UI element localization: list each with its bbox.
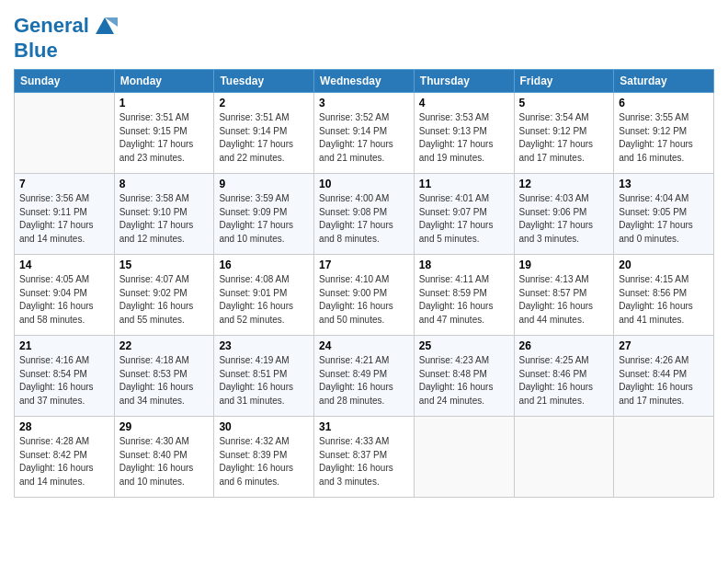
weekday-wednesday: Wednesday <box>314 70 415 93</box>
page: General Blue SundayMondayTuesdayWednesda… <box>0 0 728 563</box>
day-info: Sunrise: 3:56 AMSunset: 9:11 PMDaylight:… <box>19 192 109 246</box>
day-info: Sunrise: 4:10 AMSunset: 9:00 PMDaylight:… <box>319 273 409 327</box>
day-cell: 9Sunrise: 3:59 AMSunset: 9:09 PMDaylight… <box>214 174 314 255</box>
weekday-sunday: Sunday <box>15 70 115 93</box>
weekday-tuesday: Tuesday <box>214 70 314 93</box>
day-number: 13 <box>619 178 709 190</box>
weekday-saturday: Saturday <box>614 70 714 93</box>
weekday-monday: Monday <box>114 70 214 93</box>
day-number: 16 <box>219 259 309 271</box>
day-cell: 12Sunrise: 4:03 AMSunset: 9:06 PMDayligh… <box>514 174 614 255</box>
week-row-2: 7Sunrise: 3:56 AMSunset: 9:11 PMDaylight… <box>15 174 714 255</box>
day-number: 28 <box>19 420 109 433</box>
week-row-3: 14Sunrise: 4:05 AMSunset: 9:04 PMDayligh… <box>15 255 714 336</box>
logo-text: General <box>14 14 118 40</box>
day-cell: 7Sunrise: 3:56 AMSunset: 9:11 PMDaylight… <box>15 174 115 255</box>
logo: General Blue <box>14 14 118 62</box>
day-cell: 1Sunrise: 3:51 AMSunset: 9:15 PMDaylight… <box>114 93 214 174</box>
day-cell: 25Sunrise: 4:23 AMSunset: 8:48 PMDayligh… <box>414 336 514 417</box>
logo-blue: Blue <box>14 40 118 62</box>
weekday-thursday: Thursday <box>414 70 514 93</box>
day-number: 23 <box>219 339 309 352</box>
day-number: 5 <box>519 97 609 109</box>
day-info: Sunrise: 4:30 AMSunset: 8:40 PMDaylight:… <box>119 435 210 488</box>
day-cell <box>614 417 714 498</box>
day-info: Sunrise: 3:51 AMSunset: 9:15 PMDaylight:… <box>119 111 210 165</box>
day-info: Sunrise: 4:16 AMSunset: 8:54 PMDaylight:… <box>19 354 109 408</box>
day-info: Sunrise: 4:26 AMSunset: 8:44 PMDaylight:… <box>619 354 709 408</box>
day-number: 24 <box>319 339 409 352</box>
day-info: Sunrise: 4:15 AMSunset: 8:56 PMDaylight:… <box>619 273 709 327</box>
day-info: Sunrise: 3:52 AMSunset: 9:14 PMDaylight:… <box>319 111 409 165</box>
day-number: 27 <box>619 339 709 352</box>
day-cell: 15Sunrise: 4:07 AMSunset: 9:02 PMDayligh… <box>114 255 214 336</box>
weekday-friday: Friday <box>514 70 614 93</box>
day-cell: 4Sunrise: 3:53 AMSunset: 9:13 PMDaylight… <box>414 93 514 174</box>
day-cell: 18Sunrise: 4:11 AMSunset: 8:59 PMDayligh… <box>414 255 514 336</box>
day-number: 21 <box>19 339 109 352</box>
day-info: Sunrise: 4:11 AMSunset: 8:59 PMDaylight:… <box>419 273 509 327</box>
day-number: 7 <box>19 178 109 190</box>
day-info: Sunrise: 3:51 AMSunset: 9:14 PMDaylight:… <box>219 111 309 165</box>
day-info: Sunrise: 3:58 AMSunset: 9:10 PMDaylight:… <box>119 192 210 246</box>
day-info: Sunrise: 4:00 AMSunset: 9:08 PMDaylight:… <box>319 192 409 246</box>
day-cell <box>414 417 514 498</box>
day-cell: 21Sunrise: 4:16 AMSunset: 8:54 PMDayligh… <box>15 336 115 417</box>
logo-general: General <box>14 14 89 37</box>
day-cell: 5Sunrise: 3:54 AMSunset: 9:12 PMDaylight… <box>514 93 614 174</box>
day-cell: 8Sunrise: 3:58 AMSunset: 9:10 PMDaylight… <box>114 174 214 255</box>
day-info: Sunrise: 4:18 AMSunset: 8:53 PMDaylight:… <box>119 354 210 408</box>
day-info: Sunrise: 3:53 AMSunset: 9:13 PMDaylight:… <box>419 111 509 165</box>
day-number: 4 <box>419 97 509 109</box>
day-info: Sunrise: 4:28 AMSunset: 8:42 PMDaylight:… <box>19 435 109 488</box>
day-info: Sunrise: 4:23 AMSunset: 8:48 PMDaylight:… <box>419 354 509 408</box>
day-number: 19 <box>519 259 609 271</box>
day-info: Sunrise: 4:25 AMSunset: 8:46 PMDaylight:… <box>519 354 609 408</box>
day-number: 31 <box>319 420 409 433</box>
day-cell: 23Sunrise: 4:19 AMSunset: 8:51 PMDayligh… <box>214 336 314 417</box>
calendar-table: SundayMondayTuesdayWednesdayThursdayFrid… <box>14 69 714 498</box>
day-info: Sunrise: 4:04 AMSunset: 9:05 PMDaylight:… <box>619 192 709 246</box>
weekday-header-row: SundayMondayTuesdayWednesdayThursdayFrid… <box>15 70 714 93</box>
day-number: 10 <box>319 178 409 190</box>
day-cell <box>15 93 115 174</box>
day-cell: 22Sunrise: 4:18 AMSunset: 8:53 PMDayligh… <box>114 336 214 417</box>
day-number: 3 <box>319 97 409 109</box>
day-number: 9 <box>219 178 309 190</box>
day-number: 6 <box>619 97 709 109</box>
day-cell: 11Sunrise: 4:01 AMSunset: 9:07 PMDayligh… <box>414 174 514 255</box>
day-cell: 2Sunrise: 3:51 AMSunset: 9:14 PMDaylight… <box>214 93 314 174</box>
day-info: Sunrise: 4:03 AMSunset: 9:06 PMDaylight:… <box>519 192 609 246</box>
day-number: 29 <box>119 420 210 433</box>
day-cell: 3Sunrise: 3:52 AMSunset: 9:14 PMDaylight… <box>314 93 415 174</box>
day-info: Sunrise: 4:07 AMSunset: 9:02 PMDaylight:… <box>119 273 210 327</box>
day-number: 20 <box>619 259 709 271</box>
day-info: Sunrise: 3:55 AMSunset: 9:12 PMDaylight:… <box>619 111 709 165</box>
day-cell <box>514 417 614 498</box>
day-number: 15 <box>119 259 210 271</box>
day-cell: 28Sunrise: 4:28 AMSunset: 8:42 PMDayligh… <box>15 417 115 498</box>
day-cell: 26Sunrise: 4:25 AMSunset: 8:46 PMDayligh… <box>514 336 614 417</box>
day-info: Sunrise: 4:08 AMSunset: 9:01 PMDaylight:… <box>219 273 309 327</box>
day-number: 1 <box>119 97 210 109</box>
day-number: 12 <box>519 178 609 190</box>
header: General Blue <box>14 9 714 62</box>
week-row-5: 28Sunrise: 4:28 AMSunset: 8:42 PMDayligh… <box>15 417 714 498</box>
day-info: Sunrise: 4:19 AMSunset: 8:51 PMDaylight:… <box>219 354 309 408</box>
day-cell: 24Sunrise: 4:21 AMSunset: 8:49 PMDayligh… <box>314 336 415 417</box>
day-number: 18 <box>419 259 509 271</box>
day-info: Sunrise: 4:01 AMSunset: 9:07 PMDaylight:… <box>419 192 509 246</box>
day-cell: 13Sunrise: 4:04 AMSunset: 9:05 PMDayligh… <box>614 174 714 255</box>
day-number: 30 <box>219 420 309 433</box>
day-cell: 17Sunrise: 4:10 AMSunset: 9:00 PMDayligh… <box>314 255 415 336</box>
day-info: Sunrise: 4:13 AMSunset: 8:57 PMDaylight:… <box>519 273 609 327</box>
day-number: 14 <box>19 259 109 271</box>
day-info: Sunrise: 4:21 AMSunset: 8:49 PMDaylight:… <box>319 354 409 408</box>
day-cell: 16Sunrise: 4:08 AMSunset: 9:01 PMDayligh… <box>214 255 314 336</box>
day-cell: 29Sunrise: 4:30 AMSunset: 8:40 PMDayligh… <box>114 417 214 498</box>
day-number: 2 <box>219 97 309 109</box>
day-cell: 27Sunrise: 4:26 AMSunset: 8:44 PMDayligh… <box>614 336 714 417</box>
day-number: 8 <box>119 178 210 190</box>
day-cell: 14Sunrise: 4:05 AMSunset: 9:04 PMDayligh… <box>15 255 115 336</box>
day-number: 17 <box>319 259 409 271</box>
